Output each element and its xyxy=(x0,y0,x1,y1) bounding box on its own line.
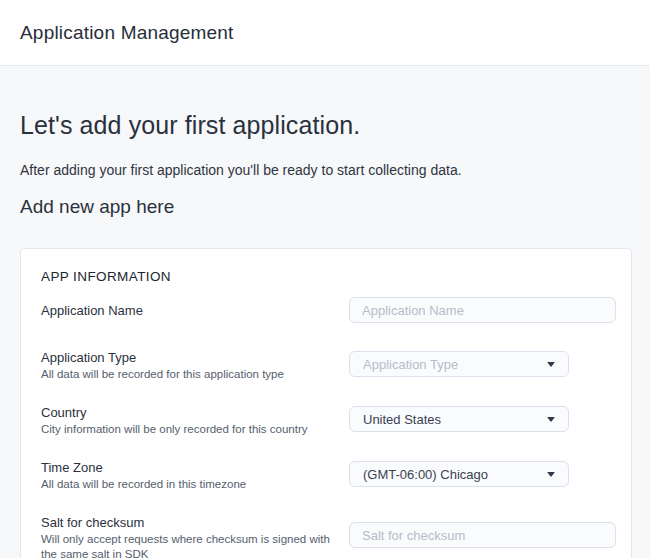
add-new-app-heading: Add new app here xyxy=(20,195,632,218)
intro-heading: Let's add your first application. xyxy=(20,110,632,140)
time-zone-select[interactable]: (GMT-06:00) Chicago xyxy=(349,461,569,487)
field-label-group: Salt for checksum Will only accept reque… xyxy=(41,514,346,558)
form-row-country: Country City information will be only re… xyxy=(41,404,616,437)
select-value: Application Type xyxy=(363,357,458,372)
page-header: Application Management xyxy=(0,0,650,66)
field-label-group: Country City information will be only re… xyxy=(41,404,346,437)
time-zone-description: All data will be recorded in this timezo… xyxy=(41,477,341,492)
field-control-group xyxy=(349,297,616,323)
salt-for-checksum-label: Salt for checksum xyxy=(41,514,346,531)
salt-for-checksum-input[interactable] xyxy=(349,522,616,548)
intro-subheading: After adding your first application you'… xyxy=(20,162,632,179)
form-row-salt-for-checksum: Salt for checksum Will only accept reque… xyxy=(41,514,616,558)
page-title: Application Management xyxy=(20,22,234,44)
form-row-time-zone: Time Zone All data will be recorded in t… xyxy=(41,459,616,492)
chevron-down-icon xyxy=(547,417,555,422)
application-type-select[interactable]: Application Type xyxy=(349,351,569,377)
application-type-label: Application Type xyxy=(41,349,346,366)
salt-for-checksum-description: Will only accept requests where checksum… xyxy=(41,532,341,558)
chevron-down-icon xyxy=(547,362,555,367)
time-zone-label: Time Zone xyxy=(41,459,346,476)
field-label-group: Application Name xyxy=(41,297,346,319)
country-description: City information will be only recorded f… xyxy=(41,422,341,437)
field-control-group xyxy=(349,514,616,548)
application-name-label: Application Name xyxy=(41,302,346,319)
form-row-application-type: Application Type All data will be record… xyxy=(41,349,616,382)
chevron-down-icon xyxy=(547,472,555,477)
main-content: Let's add your first application. After … xyxy=(0,110,650,558)
card-section-title: APP INFORMATION xyxy=(41,269,616,285)
select-value: United States xyxy=(363,412,441,427)
app-information-card: APP INFORMATION Application Name Applica… xyxy=(20,248,632,558)
field-label-group: Application Type All data will be record… xyxy=(41,349,346,382)
field-control-group: (GMT-06:00) Chicago xyxy=(349,459,616,487)
application-name-input[interactable] xyxy=(349,297,616,323)
field-control-group: Application Type xyxy=(349,349,616,377)
country-select[interactable]: United States xyxy=(349,406,569,432)
application-type-description: All data will be recorded for this appli… xyxy=(41,367,341,382)
select-value: (GMT-06:00) Chicago xyxy=(363,467,488,482)
form-row-application-name: Application Name xyxy=(41,297,616,323)
field-control-group: United States xyxy=(349,404,616,432)
field-label-group: Time Zone All data will be recorded in t… xyxy=(41,459,346,492)
country-label: Country xyxy=(41,404,346,421)
